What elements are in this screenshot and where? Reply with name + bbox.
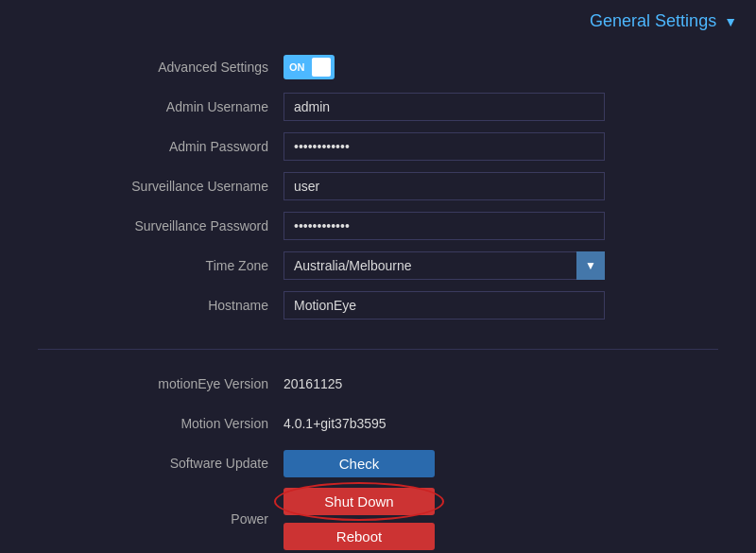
timezone-row: Time Zone Australia/Melbourne UTC Americ… [38,251,718,281]
surveillance-username-input[interactable] [284,172,605,200]
timezone-select-wrapper: Australia/Melbourne UTC America/New_York… [284,251,605,280]
page-title: General Settings ▼ [590,11,737,31]
shutdown-button-wrapper: Shut Down [284,488,435,515]
shutdown-button[interactable]: Shut Down [284,488,435,515]
surveillance-username-label: Surveillance Username [38,179,284,194]
header: General Settings ▼ [0,0,756,43]
timezone-label: Time Zone [38,258,284,273]
motion-version-value: 4.0.1+git37b3595 [284,416,387,431]
admin-username-label: Admin Username [38,99,284,114]
advanced-settings-label: Advanced Settings [38,60,284,75]
reboot-button[interactable]: Reboot [284,523,435,550]
motioneye-version-value: 20161125 [284,376,342,391]
general-settings-title: General Settings [590,11,716,31]
motioneye-version-row: motionEye Version 20161125 [38,369,718,399]
admin-password-row: Admin Password [38,131,718,162]
motion-version-row: Motion Version 4.0.1+git37b3595 [38,408,718,439]
advanced-settings-row: Advanced Settings ON [38,52,718,82]
surveillance-password-row: Surveillance Password [38,211,718,241]
chevron-down-icon[interactable]: ▼ [724,14,737,29]
hostname-label: Hostname [38,298,284,313]
motion-version-label: Motion Version [38,416,284,431]
check-button[interactable]: Check [284,450,435,477]
info-section: motionEye Version 20161125 Motion Versio… [38,369,718,553]
admin-username-input[interactable] [284,93,605,121]
power-label: Power [38,511,284,527]
hostname-row: Hostname [38,290,718,320]
power-row: Power Shut Down Reboot [38,488,718,550]
advanced-settings-toggle[interactable]: ON [284,55,335,79]
form-section: Advanced Settings ON Admin Username Admi… [38,52,718,350]
surveillance-username-row: Surveillance Username [38,171,718,201]
surveillance-password-input[interactable] [284,212,605,240]
motioneye-version-label: motionEye Version [38,376,284,391]
toggle-knob [312,58,331,77]
software-update-row: Software Update Check [38,448,718,478]
admin-username-row: Admin Username [38,92,718,122]
timezone-select[interactable]: Australia/Melbourne UTC America/New_York… [284,251,605,280]
software-update-label: Software Update [38,456,284,471]
settings-content: Advanced Settings ON Admin Username Admi… [0,43,756,553]
power-buttons: Shut Down Reboot [284,488,435,550]
hostname-input[interactable] [284,291,605,320]
toggle-on-label: ON [289,61,305,73]
surveillance-password-label: Surveillance Password [38,218,284,233]
admin-password-label: Admin Password [38,139,284,154]
main-container: General Settings ▼ Advanced Settings ON … [0,0,756,553]
admin-password-input[interactable] [284,132,605,161]
